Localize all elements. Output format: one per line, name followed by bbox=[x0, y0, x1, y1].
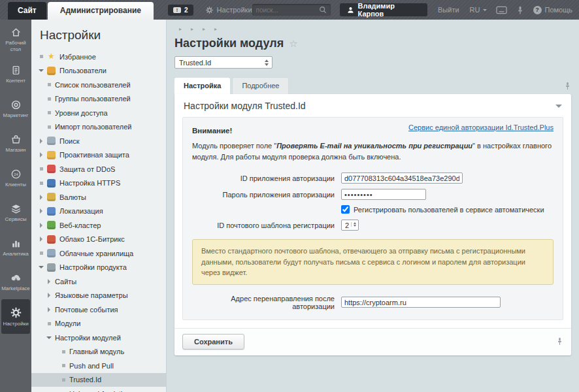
service-auth-link[interactable]: Сервис единой авторизации Id.Trusted.Plu… bbox=[408, 123, 554, 131]
sidebar-item[interactable]: Почтовые события bbox=[31, 302, 166, 317]
favorite-star-icon[interactable]: ☆ bbox=[289, 38, 297, 50]
expand-toggle-icon[interactable] bbox=[38, 237, 44, 242]
search-icon[interactable] bbox=[319, 6, 327, 14]
notifications-badge[interactable]: ! 2 bbox=[168, 5, 193, 16]
sidebar-item[interactable]: Push and Pull bbox=[31, 359, 166, 373]
sidebar-item[interactable]: Trusted.Id bbox=[31, 373, 166, 387]
shop-icon bbox=[10, 134, 22, 145]
collapse-arrow-icon[interactable] bbox=[555, 105, 562, 111]
search-input[interactable] bbox=[256, 7, 319, 14]
rail-item[interactable]: Настройки bbox=[1, 299, 30, 334]
breadcrumb-item[interactable] bbox=[210, 25, 222, 32]
expand-toggle-icon[interactable] bbox=[38, 263, 44, 271]
bullet-marker bbox=[38, 167, 44, 171]
sidebar-item[interactable]: Группы пользователей bbox=[31, 92, 166, 106]
https-lock-icon bbox=[47, 179, 56, 188]
module-select-value: Trusted.Id bbox=[179, 59, 211, 67]
sidebar-item[interactable]: Локализация bbox=[31, 204, 166, 219]
notification-icon: ! bbox=[173, 7, 181, 13]
pin-panel-icon[interactable] bbox=[516, 6, 524, 14]
app-id-field[interactable] bbox=[341, 172, 463, 184]
module-select[interactable]: Trusted.Id bbox=[174, 56, 273, 69]
star-icon: ★ bbox=[47, 52, 56, 61]
admin-tab[interactable]: Администрирование bbox=[48, 2, 154, 20]
password-field[interactable] bbox=[341, 189, 426, 200]
tab-details[interactable]: Подробнее bbox=[232, 77, 289, 94]
sidebar-item[interactable]: Сайты bbox=[31, 274, 166, 289]
sidebar-item[interactable]: Настройки модулей bbox=[31, 331, 166, 345]
pin-icon[interactable] bbox=[564, 82, 571, 90]
site-tab[interactable]: Сайт bbox=[8, 2, 46, 20]
expand-toggle-icon[interactable] bbox=[46, 307, 52, 312]
rail-item[interactable]: Сервисы bbox=[1, 195, 30, 230]
help-button[interactable]: ? Помощь bbox=[533, 6, 573, 14]
sidebar-item[interactable]: Список пользователей bbox=[31, 78, 166, 92]
sidebar-item[interactable]: Импорт пользователей bbox=[31, 120, 166, 135]
expand-toggle-icon[interactable] bbox=[38, 223, 44, 228]
topbar: Сайт Администрирование ! 2 Настройки Вла… bbox=[0, 0, 579, 20]
select-spinner-icon bbox=[265, 59, 269, 66]
notifications-count: 2 bbox=[184, 7, 188, 14]
sidebar-item[interactable]: Веб-кластер bbox=[31, 218, 166, 233]
sidebar-item[interactable]: Пользователи bbox=[31, 64, 166, 78]
breadcrumb-item[interactable] bbox=[198, 25, 210, 32]
sidebar-item-label: Сайты bbox=[55, 278, 76, 286]
expand-toggle-icon[interactable] bbox=[38, 152, 44, 157]
expand-toggle-icon[interactable] bbox=[46, 334, 52, 342]
sidebar-item[interactable]: Главный модуль bbox=[31, 345, 166, 359]
rail-item[interactable]: Контент bbox=[1, 57, 30, 91]
rail-item-label: Marketplace bbox=[1, 286, 30, 291]
stepper-arrows-icon bbox=[351, 222, 356, 227]
sidebar-item[interactable]: Universal Analytics bbox=[31, 387, 166, 392]
sidebar-item[interactable]: Модули bbox=[31, 317, 166, 331]
sidebar-item[interactable]: Валюты bbox=[31, 190, 166, 204]
mail-template-value: 2 bbox=[345, 221, 349, 229]
rail-item[interactable]: Marketplace bbox=[1, 265, 30, 299]
expand-toggle-icon[interactable] bbox=[38, 195, 44, 200]
rail-item-label: Маркетинг bbox=[3, 112, 29, 118]
rail-item-label: Аналитика bbox=[3, 251, 29, 257]
rail-item[interactable]: Магазин bbox=[1, 126, 30, 161]
settings-form-box: Сервис единой авторизации Id.Trusted.Plu… bbox=[182, 117, 563, 320]
save-button[interactable]: Сохранить bbox=[182, 334, 244, 350]
auto-register-checkbox[interactable] bbox=[341, 205, 350, 214]
rail-item[interactable]: Аналитика bbox=[1, 230, 30, 265]
tab-settings[interactable]: Настройка bbox=[174, 78, 230, 94]
rail-item[interactable]: Рабочий стол bbox=[1, 22, 30, 57]
rail-item[interactable]: 24 Клиенты bbox=[1, 161, 30, 195]
sidebar-item[interactable]: ★ Избранное bbox=[31, 50, 166, 64]
topbar-settings-button[interactable]: Настройки bbox=[205, 6, 252, 14]
redirect-field[interactable] bbox=[341, 297, 501, 308]
sidebar-item[interactable]: Настройка HTTPS bbox=[31, 176, 166, 191]
expand-toggle-icon[interactable] bbox=[46, 279, 52, 284]
pin-icon-bottom[interactable] bbox=[556, 337, 563, 346]
bullet-marker bbox=[46, 97, 52, 101]
expand-toggle-icon[interactable] bbox=[38, 139, 44, 144]
expand-toggle-icon[interactable] bbox=[46, 293, 52, 298]
sidebar-item[interactable]: Проактивная защита bbox=[31, 148, 166, 163]
main-content: Настройки модуля ☆ Trusted.Id Настройка … bbox=[167, 20, 579, 392]
help-icon: ? bbox=[533, 6, 542, 14]
sidebar-item[interactable]: Языковые параметры bbox=[31, 289, 166, 303]
rail-item[interactable]: Маркетинг bbox=[1, 91, 30, 126]
hotkeys-icon[interactable] bbox=[496, 6, 507, 14]
mail-template-stepper[interactable]: 2 bbox=[341, 220, 359, 231]
sidebar-item[interactable]: Защита от DDoS bbox=[31, 162, 166, 176]
user-menu-button[interactable]: Владимир Карпов bbox=[340, 3, 428, 16]
mail-template-label: ID почтового шаблона регистрации bbox=[192, 221, 335, 229]
cluster-icon bbox=[47, 221, 56, 229]
breadcrumb-item[interactable] bbox=[174, 25, 186, 32]
breadcrumb-item[interactable] bbox=[186, 25, 198, 32]
sidebar-item[interactable]: Облако 1С-Битрикс bbox=[31, 233, 166, 247]
language-selector[interactable]: RU bbox=[470, 6, 487, 14]
app-id-label: ID приложения авторизации bbox=[192, 174, 335, 182]
sidebar-item[interactable]: Уровни доступа bbox=[31, 106, 166, 120]
warning-text: Модуль проверяет поле "Проверять E-mail … bbox=[192, 140, 554, 163]
sidebar-item[interactable]: Облачные хранилища bbox=[31, 246, 166, 261]
sidebar-item[interactable]: Настройки продукта bbox=[31, 261, 166, 275]
rail-item-label: Рабочий стол bbox=[1, 40, 30, 52]
logout-link[interactable]: Выйти bbox=[438, 6, 459, 14]
sidebar-item[interactable]: Поиск bbox=[31, 134, 166, 148]
expand-toggle-icon[interactable] bbox=[38, 208, 44, 214]
expand-toggle-icon[interactable] bbox=[38, 67, 44, 74]
